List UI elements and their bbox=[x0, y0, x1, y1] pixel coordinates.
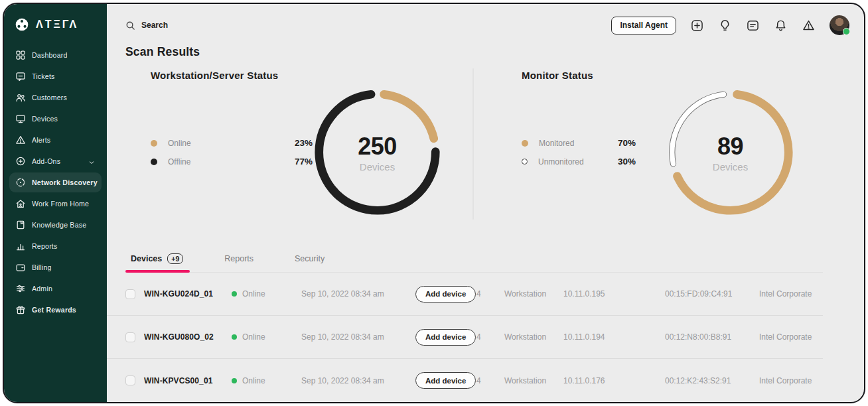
logo-text: ΛTΞΓΛ bbox=[36, 19, 78, 31]
sidebar-item-label: Add-Ons bbox=[32, 157, 60, 165]
whats-new-button[interactable] bbox=[718, 19, 732, 33]
chevron-down-icon bbox=[88, 157, 96, 165]
tab-reports[interactable]: Reports bbox=[219, 251, 260, 273]
online-status-dot bbox=[232, 334, 237, 340]
vendor-name: Intel Corporate bbox=[759, 289, 823, 299]
sidebar-item-alerts[interactable]: Alerts bbox=[9, 130, 102, 150]
sidebar-item-label: Knowledge Base bbox=[32, 221, 86, 229]
mac-address: 00:15:FD:09:C4:91 bbox=[665, 289, 759, 299]
sidebar-item-billing[interactable]: Billing bbox=[9, 257, 102, 277]
device-name: WIN-KPVCS00_01 bbox=[144, 376, 232, 385]
device-count: 4 bbox=[476, 289, 504, 299]
device-status: Online bbox=[232, 289, 301, 299]
notifications-button[interactable] bbox=[774, 19, 788, 33]
section-divider bbox=[472, 68, 474, 220]
bell-icon bbox=[774, 19, 788, 33]
legend-marker-offline bbox=[151, 159, 157, 165]
status-label: Online bbox=[242, 376, 265, 385]
quick-add-button[interactable] bbox=[690, 19, 704, 33]
add-device-button[interactable]: Add device bbox=[415, 372, 476, 389]
sidebar-item-reports[interactable]: Reports bbox=[9, 236, 102, 256]
reports-icon bbox=[15, 241, 26, 251]
topbar: Search Install Agent bbox=[107, 4, 864, 35]
mac-address: 00:12:K2:43:S2:91 bbox=[665, 376, 759, 385]
row-checkbox[interactable] bbox=[125, 375, 135, 385]
legend-value: 23% bbox=[295, 138, 313, 148]
sidebar-item-label: Dashboard bbox=[32, 51, 68, 59]
user-avatar[interactable] bbox=[830, 15, 849, 35]
tab-security[interactable]: Security bbox=[289, 251, 331, 273]
sidebar-item-admin[interactable]: Admin bbox=[9, 279, 102, 299]
sidebar-item-customers[interactable]: Customers bbox=[9, 88, 102, 107]
tab-label: Security bbox=[295, 254, 325, 263]
tickets-icon bbox=[15, 71, 26, 82]
device-count: 4 bbox=[476, 332, 504, 342]
sidebar-item-network-discovery[interactable]: Network Discovery bbox=[9, 172, 102, 192]
legend-marker-online bbox=[151, 140, 157, 147]
ip-address: 10.11.0.195 bbox=[563, 289, 665, 299]
tab-label: Reports bbox=[224, 254, 253, 263]
table-row: WIN-KPVCS00_01 Online Sep 10, 2022 08:34… bbox=[107, 359, 823, 402]
monitor-status-card: Monitor Status Monitored 70% Unmonitored… bbox=[472, 63, 864, 243]
device-type: Workstation bbox=[504, 332, 563, 342]
scan-time: Sep 10, 2022 08:34 am bbox=[301, 376, 415, 385]
scan-time: Sep 10, 2022 08:34 am bbox=[301, 289, 415, 299]
sidebar-item-label: Tickets bbox=[32, 72, 55, 80]
app-window: ΛTΞΓΛ DashboardTicketsCustomersDevicesAl… bbox=[3, 3, 865, 403]
add-device-button[interactable]: Add device bbox=[415, 286, 476, 303]
sidebar-item-work-from-home[interactable]: Work From Home bbox=[9, 194, 102, 214]
device-name: WIN-KGU080O_02 bbox=[144, 332, 232, 342]
legend-label: Unmonitored bbox=[538, 157, 618, 167]
legend-marker-monitored bbox=[522, 140, 528, 147]
sidebar-item-devices[interactable]: Devices bbox=[9, 109, 102, 129]
status-label: Online bbox=[242, 332, 265, 342]
sidebar-item-knowledge-base[interactable]: Knowledge Base bbox=[9, 215, 102, 235]
ip-address: 10.11.0.194 bbox=[563, 332, 665, 342]
sidebar-item-tickets[interactable]: Tickets bbox=[9, 66, 102, 86]
alerts-icon bbox=[15, 135, 26, 145]
work-from-home-icon bbox=[15, 198, 26, 209]
sidebar-item-label: Get Rewards bbox=[32, 306, 76, 314]
legend-item: Online 23% bbox=[151, 138, 313, 148]
tab-label: Devices bbox=[131, 254, 162, 263]
billing-icon bbox=[15, 262, 26, 273]
tab-devices[interactable]: Devices +9 bbox=[125, 251, 190, 273]
row-checkbox[interactable] bbox=[125, 332, 135, 342]
vendor-name: Intel Corporate bbox=[759, 332, 823, 342]
get-rewards-icon bbox=[15, 304, 26, 315]
mac-address: 00:12:N8:00:B8:91 bbox=[665, 332, 759, 342]
sidebar-item-label: Admin bbox=[32, 285, 52, 293]
workstation-status-card: Workstation/Server Status Online 23% Off… bbox=[107, 63, 472, 243]
network-discovery-icon bbox=[15, 177, 26, 188]
plus-square-icon bbox=[690, 19, 704, 33]
sidebar-item-label: Reports bbox=[32, 242, 58, 250]
feedback-button[interactable] bbox=[746, 19, 760, 33]
status-label: Online bbox=[242, 289, 265, 299]
chart-title: Monitor Status bbox=[522, 70, 864, 81]
page-title: Scan Results bbox=[125, 45, 864, 59]
ip-address: 10.11.0.176 bbox=[563, 376, 665, 385]
warning-triangle-icon bbox=[802, 19, 816, 33]
alerts-button[interactable] bbox=[802, 19, 816, 33]
tabs-bar: Devices +9 Reports Security bbox=[125, 251, 823, 273]
sidebar-item-get-rewards[interactable]: Get Rewards bbox=[9, 300, 102, 320]
table-row: WIN-KGU024D_01 Online Sep 10, 2022 08:34… bbox=[107, 273, 823, 316]
search-input[interactable]: Search bbox=[125, 21, 168, 31]
sidebar: ΛTΞΓΛ DashboardTicketsCustomersDevicesAl… bbox=[4, 4, 107, 402]
legend-label: Monitored bbox=[539, 139, 618, 148]
sidebar-item-label: Alerts bbox=[32, 136, 50, 144]
dashboard-icon bbox=[15, 50, 26, 60]
atera-logo-icon bbox=[13, 16, 31, 33]
sidebar-item-label: Network Discovery bbox=[32, 178, 98, 186]
donut-chart-monitor: 89 Devices bbox=[666, 88, 795, 217]
install-agent-button[interactable]: Install Agent bbox=[611, 17, 676, 34]
sidebar-nav: DashboardTicketsCustomersDevicesAlertsAd… bbox=[4, 42, 107, 322]
sidebar-item-add-ons[interactable]: Add-Ons bbox=[9, 151, 102, 171]
row-checkbox[interactable] bbox=[125, 289, 135, 299]
add-device-button[interactable]: Add device bbox=[415, 329, 476, 346]
sidebar-item-dashboard[interactable]: Dashboard bbox=[9, 45, 102, 65]
charts-section: Workstation/Server Status Online 23% Off… bbox=[107, 63, 864, 243]
device-table: WIN-KGU024D_01 Online Sep 10, 2022 08:34… bbox=[107, 273, 823, 402]
legend-label: Offline bbox=[168, 157, 295, 167]
search-label: Search bbox=[141, 21, 168, 30]
